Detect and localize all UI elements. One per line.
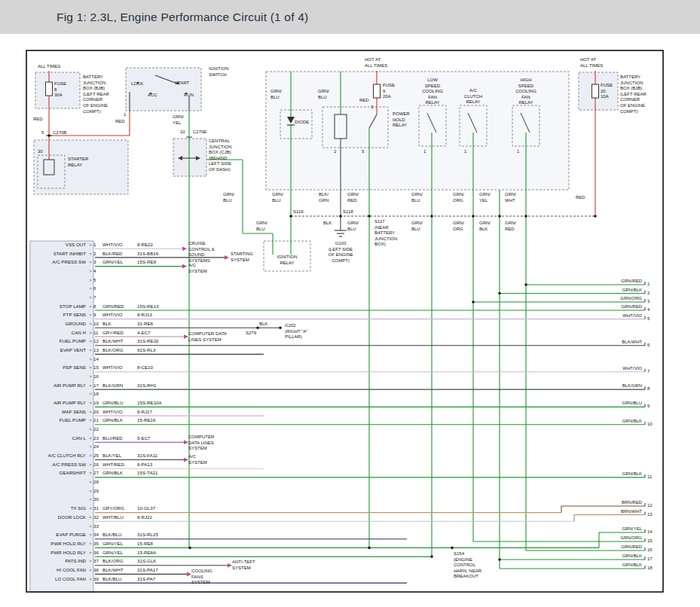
signal-label: TX SIG bbox=[30, 505, 87, 514]
system-antitheft-label: ANTI-TEFTSYSTEM bbox=[232, 560, 255, 571]
continuation-number: 8 bbox=[647, 386, 650, 391]
wire-color-label: GRN/ORG bbox=[600, 535, 642, 540]
signal-label: MAF SENS bbox=[30, 409, 87, 418]
pin-bracket: > bbox=[87, 523, 93, 532]
connector-row: A/C CLUTCH RLY > 25 BLK/YEL 31S-FA11 bbox=[30, 453, 181, 462]
wire-color: WHT/VIO bbox=[102, 365, 137, 374]
wire-color-label: BLK bbox=[259, 322, 267, 328]
connector-row: > 30 bbox=[30, 496, 181, 505]
pin-number: 19 bbox=[93, 400, 102, 409]
pin-bracket: > bbox=[87, 417, 93, 426]
signal-label bbox=[30, 488, 87, 497]
pin-number: 1 bbox=[464, 149, 466, 155]
pin-number: 24 bbox=[93, 444, 102, 453]
wire-color-label: BLK/GRN bbox=[319, 192, 329, 203]
wire-color-label: GRN/BLU bbox=[411, 221, 423, 232]
connector-row: LO COOL FAN > 39 BLK/BLU 31S-PA7 bbox=[30, 576, 181, 585]
connector-row: FUEL PUMP > 12 BLK/WHT 31S-RE32 bbox=[30, 338, 181, 347]
circuit-code: 31S-RL25 bbox=[137, 532, 181, 541]
wire-color bbox=[102, 488, 137, 497]
continuation-number: 15 bbox=[647, 538, 653, 543]
signal-label: PWR HOLD RLY bbox=[30, 541, 87, 550]
power-hold-relay-label: POWERHOLDRELAY bbox=[393, 111, 410, 129]
wire-color-label: RED bbox=[33, 117, 43, 123]
continuation-number: 10 bbox=[647, 422, 653, 426]
continuation-number: 12 bbox=[647, 503, 653, 508]
wire-color-label: GRN/YEL bbox=[479, 192, 491, 203]
fuse9-symbol bbox=[374, 84, 381, 98]
connector-row: CAN L > 23 BLU/RED 5-EC7 bbox=[30, 435, 181, 444]
signal-label: A/C PRESS SW bbox=[30, 259, 87, 268]
wire-color-label: GRN/BLK bbox=[600, 288, 642, 292]
wire-color-label: GRN/BLU bbox=[347, 221, 359, 232]
circuit-code bbox=[137, 523, 181, 532]
wire-color bbox=[102, 294, 137, 304]
wire-color: BLK/WHT bbox=[102, 567, 137, 576]
wire-color-label: BLK/WHT bbox=[600, 340, 642, 344]
signal-label bbox=[30, 444, 87, 453]
pin-bracket: > bbox=[87, 400, 93, 409]
pin-bracket: > bbox=[87, 347, 93, 356]
pin-bracket: > bbox=[87, 462, 93, 471]
signal-label bbox=[30, 496, 87, 505]
circuit-code: 31S-PA7 bbox=[137, 576, 181, 585]
pin-number: 16 bbox=[93, 374, 102, 383]
connector-row: > 16 bbox=[30, 374, 181, 383]
pin-bracket: > bbox=[87, 409, 93, 418]
pin-bracket: > bbox=[87, 383, 93, 392]
circuit-code: 15S-RE13 bbox=[137, 304, 181, 313]
connector-row: PWR HOLD RLY > 35 GRN/YEL 15-RE8 bbox=[30, 541, 181, 550]
signal-label: A/C PRESS SW bbox=[30, 462, 87, 471]
connector-row: CAN H > 11 GRY/RED 4-EC7 bbox=[30, 330, 181, 339]
wire-color: BLK/ORG bbox=[102, 347, 137, 356]
pin-number: 11 bbox=[93, 330, 102, 339]
connector-row: GEARSHIFT > 27 GRN/BLK 15S-TA21 bbox=[30, 470, 181, 479]
pin-number: 13 bbox=[93, 347, 102, 356]
pin-number: 12 bbox=[93, 338, 102, 347]
pin-number: 36 bbox=[93, 550, 102, 559]
signal-label bbox=[30, 277, 87, 286]
pin-number: 14 bbox=[93, 356, 102, 365]
signal-label: VSS OUT bbox=[30, 242, 87, 251]
signal-label bbox=[30, 523, 87, 532]
pin-number: 17 bbox=[93, 383, 102, 392]
wire-color: GRN/BLK bbox=[102, 417, 137, 426]
fuse9-label: FUSE920A bbox=[383, 83, 395, 100]
figure-header: Fig 1: 2.3L, Engine Performance Circuit … bbox=[0, 0, 700, 34]
circuit-code: 31-RE8 bbox=[137, 321, 181, 330]
wire-color-label: GRN/BLU bbox=[272, 192, 283, 203]
signal-label: A/C CLUTCH RLY bbox=[30, 453, 87, 462]
wire-color-label: GRN/BLU bbox=[411, 192, 423, 203]
continuation-number: 9 bbox=[647, 404, 650, 408]
circuit-code: 15S-RE10A bbox=[137, 400, 181, 409]
splice-s119-label: S119 bbox=[293, 209, 304, 215]
switch-pos-start: START bbox=[175, 81, 189, 87]
ignition-switch-label: IGNITIONSWITCH bbox=[209, 66, 229, 78]
wire-color: GRN/YEL bbox=[102, 259, 137, 268]
pin-number: 28 bbox=[93, 479, 102, 488]
continuation-number: 6 bbox=[647, 343, 650, 347]
signal-label bbox=[30, 294, 87, 304]
wire-color-label: BRN/RED bbox=[600, 500, 642, 505]
pin-number: 6 bbox=[93, 285, 102, 294]
wire-color-label: BRN/WHT bbox=[600, 509, 642, 514]
hot-at-all-times-label: HOT ATALL TIMES bbox=[580, 57, 603, 69]
system-ac-label: A/CSYSTEM bbox=[188, 454, 207, 465]
pin-bracket: > bbox=[87, 242, 93, 251]
circuit-code: 31S-FA11 bbox=[137, 453, 181, 462]
wire-color-label: BLK/GRN bbox=[600, 383, 642, 388]
signal-label: CAN H bbox=[30, 330, 87, 339]
pin-number: 18 bbox=[93, 391, 102, 400]
circuit-code bbox=[137, 488, 181, 497]
pin-number: 4 bbox=[93, 268, 102, 277]
continuation-number: 2 bbox=[647, 291, 650, 295]
wire-color: BLK/WHT bbox=[102, 338, 137, 347]
signal-label: EVAP PURGE bbox=[30, 532, 87, 541]
connector-row: A/C PRESS SW > 26 WHT/RED 8-PA13 bbox=[30, 462, 181, 471]
continuation-number: 7 bbox=[647, 369, 650, 374]
signal-label: START INHIBIT bbox=[30, 251, 87, 260]
circuit-code: 8-RJ22 bbox=[137, 514, 181, 523]
diode-label: DIODE bbox=[295, 120, 309, 126]
wire-color-label: GRN/YEL bbox=[600, 526, 642, 531]
pin-number: 1 bbox=[517, 149, 519, 155]
